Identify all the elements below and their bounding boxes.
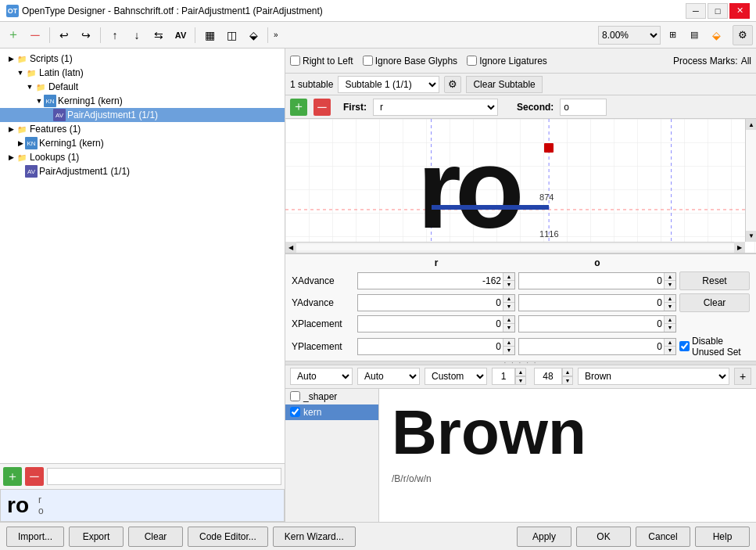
zoom-fit-button[interactable]: ⊞ bbox=[662, 25, 683, 45]
remove-pair-button[interactable]: ─ bbox=[25, 467, 44, 486]
r-yadvance-up[interactable]: ▲ bbox=[503, 295, 514, 303]
horizontal-scrollbar[interactable]: ◀ ▶ bbox=[285, 242, 745, 253]
ignore-base-glyphs-option[interactable]: Ignore Base Glyphs bbox=[363, 56, 457, 67]
tree-item-scripts[interactable]: ▶ 📁 Scripts (1) bbox=[0, 52, 285, 66]
expand-scripts[interactable]: ▶ bbox=[6, 54, 16, 63]
o-xadvance-up[interactable]: ▲ bbox=[665, 273, 675, 281]
minimize-button[interactable]: ─ bbox=[686, 3, 706, 19]
tree-item-lookups[interactable]: ▶ 📁 Lookups (1) bbox=[0, 150, 285, 164]
text-select[interactable]: Brown bbox=[578, 368, 729, 385]
r-xplacement-up[interactable]: ▲ bbox=[503, 316, 514, 324]
more-tools[interactable]: » bbox=[272, 31, 280, 39]
code-editor-button[interactable]: Code Editor... bbox=[188, 527, 268, 547]
r-xadvance-down[interactable]: ▼ bbox=[503, 281, 514, 289]
right-to-left-checkbox[interactable] bbox=[290, 56, 300, 66]
add-glyph-button[interactable]: ＋ bbox=[290, 99, 307, 116]
scroll-left-button[interactable]: ◀ bbox=[285, 242, 296, 253]
redo-button[interactable]: ↪ bbox=[76, 25, 96, 45]
expand-features[interactable]: ▶ bbox=[6, 124, 16, 134]
apply-button[interactable]: Apply bbox=[517, 527, 571, 547]
subtable-gear-button[interactable]: ⚙ bbox=[444, 76, 461, 93]
tree-item-kerning1b[interactable]: ▶ KN Kerning1 (kern) bbox=[0, 136, 285, 150]
shaper-checkbox-kern[interactable] bbox=[290, 407, 300, 417]
scroll-right-button[interactable]: ▶ bbox=[734, 242, 745, 253]
o-yadvance-input[interactable] bbox=[519, 295, 664, 311]
diamond-button[interactable]: ⬙ bbox=[243, 25, 263, 45]
tree-item-features[interactable]: ▶ 📁 Features (1) bbox=[0, 122, 285, 136]
remove-button[interactable]: ─ bbox=[25, 25, 45, 45]
disable-unused-checkbox[interactable] bbox=[679, 341, 690, 351]
tree-item-latin[interactable]: ▼ 📁 Latin (latn) bbox=[0, 66, 285, 80]
o-yplacement-input[interactable] bbox=[519, 339, 664, 354]
r-yadvance-input[interactable] bbox=[358, 295, 503, 311]
r-yplacement-down[interactable]: ▼ bbox=[503, 347, 514, 354]
r-xadvance-input[interactable] bbox=[358, 273, 503, 289]
tree-item-kerning1[interactable]: ▼ KN Kerning1 (kern) bbox=[0, 94, 285, 108]
second-glyph-input[interactable] bbox=[560, 99, 607, 116]
add-button[interactable]: ＋ bbox=[3, 25, 23, 45]
ignore-ligatures-option[interactable]: Ignore Ligatures bbox=[467, 56, 547, 67]
num-down[interactable]: ▼ bbox=[515, 376, 526, 385]
split-button[interactable]: ◫ bbox=[221, 25, 242, 45]
import-button[interactable]: Import... bbox=[6, 527, 64, 547]
zoom-select[interactable]: 8.00% bbox=[598, 26, 661, 45]
bottom-select-3[interactable]: Custom bbox=[425, 368, 487, 385]
o-yplacement-down[interactable]: ▼ bbox=[665, 347, 675, 354]
r-yplacement-up[interactable]: ▲ bbox=[503, 339, 514, 347]
view-toggle-button[interactable]: ▤ bbox=[684, 25, 704, 45]
tree-item-pairadjustment1[interactable]: AV PairAdjustment1 (1/1) bbox=[0, 108, 285, 122]
subtable-select[interactable]: Subtable 1 (1/1) bbox=[338, 76, 439, 93]
expand-latin[interactable]: ▼ bbox=[16, 68, 25, 77]
r-yadvance-down[interactable]: ▼ bbox=[503, 303, 514, 311]
settings-button[interactable]: ⚙ bbox=[733, 25, 753, 45]
first-glyph-select[interactable]: r bbox=[373, 99, 498, 116]
highlight-button[interactable]: ⬙ bbox=[706, 25, 726, 45]
add-pair-button[interactable]: ＋ bbox=[3, 467, 22, 486]
size-input[interactable] bbox=[534, 368, 562, 385]
scroll-up-button[interactable]: ▲ bbox=[746, 119, 756, 130]
undo-button[interactable]: ↩ bbox=[54, 25, 74, 45]
size-up[interactable]: ▲ bbox=[562, 368, 573, 376]
o-yadvance-down[interactable]: ▼ bbox=[665, 303, 675, 311]
num-up[interactable]: ▲ bbox=[515, 368, 526, 376]
remove-glyph-button[interactable]: ─ bbox=[314, 99, 331, 116]
expand-lookups[interactable]: ▶ bbox=[6, 153, 16, 162]
o-xplacement-up[interactable]: ▲ bbox=[665, 316, 675, 324]
expand-default[interactable]: ▼ bbox=[25, 82, 34, 92]
clear-button[interactable]: Clear bbox=[128, 527, 183, 547]
r-xadvance-up[interactable]: ▲ bbox=[503, 273, 514, 281]
tree-item-default[interactable]: ▼ 📁 Default bbox=[0, 80, 285, 94]
swap-button[interactable]: ⇆ bbox=[149, 25, 169, 45]
ignore-base-glyphs-checkbox[interactable] bbox=[363, 56, 373, 66]
search-pair-input[interactable] bbox=[47, 468, 281, 485]
o-xadvance-input[interactable] bbox=[519, 273, 664, 289]
cancel-button[interactable]: Cancel bbox=[636, 527, 690, 547]
h-scroll-thumb[interactable] bbox=[296, 244, 734, 250]
num-input[interactable] bbox=[492, 368, 515, 385]
ok-button[interactable]: OK bbox=[576, 527, 631, 547]
clear-metrics-button[interactable]: Clear bbox=[679, 293, 750, 312]
r-yplacement-input[interactable] bbox=[358, 339, 503, 354]
size-down[interactable]: ▼ bbox=[562, 376, 573, 385]
shaper-checkbox-shaper[interactable] bbox=[290, 391, 300, 401]
o-xplacement-input[interactable] bbox=[519, 316, 664, 332]
bottom-select-2[interactable]: Auto bbox=[357, 368, 420, 385]
maximize-button[interactable]: □ bbox=[708, 3, 728, 19]
o-xplacement-down[interactable]: ▼ bbox=[665, 324, 675, 332]
export-button[interactable]: Export bbox=[69, 527, 124, 547]
grid-button[interactable]: ▦ bbox=[199, 25, 220, 45]
r-xplacement-input[interactable] bbox=[358, 316, 503, 332]
close-button[interactable]: ✕ bbox=[729, 3, 750, 19]
scroll-down-button[interactable]: ▼ bbox=[746, 231, 756, 242]
scroll-thumb[interactable] bbox=[746, 130, 756, 231]
disable-unused-option[interactable]: Disable Unused Set bbox=[679, 336, 750, 358]
bottom-select-1[interactable]: Auto bbox=[290, 368, 353, 385]
shaper-item-shaper[interactable]: _shaper bbox=[285, 389, 378, 404]
vertical-scrollbar[interactable]: ▲ ▼ bbox=[745, 119, 756, 242]
av-button[interactable]: AV bbox=[170, 25, 191, 45]
add-text-button[interactable]: + bbox=[734, 368, 751, 385]
move-down-button[interactable]: ↓ bbox=[127, 25, 147, 45]
move-up-button[interactable]: ↑ bbox=[105, 25, 125, 45]
pair-entry-ro[interactable]: ro r o bbox=[0, 489, 285, 522]
expand-kerning1b[interactable]: ▶ bbox=[16, 138, 25, 148]
